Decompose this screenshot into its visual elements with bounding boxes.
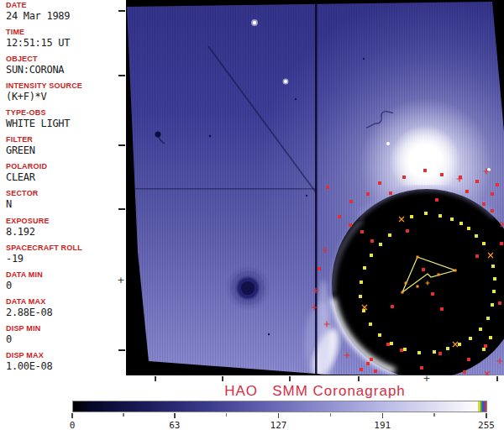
- horizontal-fiducial-line: [126, 188, 317, 190]
- field-label: EXPOSURE: [6, 218, 124, 225]
- field-label: DATE: [6, 2, 124, 9]
- field-value: 0: [6, 334, 124, 344]
- field-value: (K+F)*V: [6, 92, 124, 102]
- marker-dot: [424, 212, 428, 215]
- marker-dot: [388, 233, 391, 237]
- bottom-tick: [155, 376, 156, 381]
- metadata-field-object: OBJECTSUN:CORONA: [6, 55, 124, 75]
- field-value: GREEN: [6, 145, 124, 155]
- colorbar-minor-tick: [226, 413, 228, 417]
- field-label: DISP MAX: [6, 352, 124, 359]
- marker-dot: [491, 265, 495, 268]
- marker-dot: [475, 180, 479, 183]
- marker-dot: [440, 173, 444, 176]
- field-value: SUN:CORONA: [6, 65, 124, 75]
- marker-dot: [349, 223, 352, 227]
- marker-dot: [450, 218, 454, 221]
- bottom-tick: [358, 376, 360, 381]
- marker-dot: [374, 370, 377, 373]
- marker-dot: [360, 368, 363, 371]
- metadata-field-filter: FILTERGREEN: [6, 136, 124, 155]
- marker-dot: [359, 295, 362, 298]
- left-tick: [118, 208, 125, 210]
- colorbar-tick: [278, 413, 280, 418]
- colorbar-tick-label: 255: [478, 420, 495, 430]
- marker-dot: [482, 348, 486, 351]
- metadata-field-time: TIME12:51:15 UT: [6, 29, 124, 48]
- marker-dot: [498, 302, 501, 305]
- marker-dot: [438, 214, 442, 218]
- marker-dot: [378, 333, 381, 337]
- image-title: HAO SMM Coronagraph: [126, 383, 504, 400]
- field-label: TIME: [6, 29, 124, 36]
- marker-dot: [493, 277, 496, 281]
- marker-dot: [496, 183, 499, 186]
- left-tick: [118, 10, 125, 12]
- marker-dot: [400, 349, 403, 352]
- metadata-field-disp-min: DISP MIN0: [6, 325, 124, 344]
- metadata-field-sector: SECTORN: [6, 190, 124, 209]
- coronagraph-image: [126, 0, 504, 375]
- colorbar-minor-tick: [123, 413, 124, 417]
- field-label: DISP MIN: [6, 325, 124, 333]
- metadata-field-intensity-source: INTENSITY SOURCE(K+F)*V: [6, 82, 124, 102]
- marker-dot: [467, 358, 470, 361]
- marker-dot: [491, 209, 494, 212]
- field-label: OBJECT: [6, 55, 124, 63]
- marker-dot: [391, 305, 394, 308]
- flag-vertex-dot: [402, 291, 404, 294]
- field-value: 0: [6, 281, 124, 291]
- marker-dot: [406, 229, 409, 233]
- colorbar-tick: [382, 413, 384, 418]
- marker-dot: [435, 198, 438, 202]
- colorbar-tick-label: 127: [270, 420, 287, 430]
- marker-dot: [390, 342, 393, 345]
- marker-dot: [402, 176, 406, 179]
- marker-dot: [417, 351, 421, 354]
- marker-dot: [465, 190, 469, 193]
- marker-dot: [379, 243, 382, 246]
- colorbar-tick-label: 0: [70, 420, 76, 430]
- marker-dot: [403, 348, 407, 351]
- marker-dot: [423, 169, 427, 172]
- marker-dot: [482, 242, 486, 245]
- marker-dot: [386, 343, 390, 346]
- colorbar-minor-tick: [433, 413, 435, 417]
- ccd-frame: [126, 0, 504, 375]
- metadata-field-spacecraft-roll: SPACECRAFT ROLL-19: [6, 244, 124, 264]
- marker-dot: [363, 266, 366, 270]
- marker-dot: [467, 227, 470, 230]
- metadata-field-date: DATE24 Mar 1989: [6, 2, 124, 21]
- field-label: FILTER: [6, 136, 124, 144]
- colorbar-tick: [174, 413, 176, 418]
- marker-dot: [318, 267, 321, 270]
- field-value: CLEAR: [6, 172, 124, 182]
- marker-dot: [420, 366, 423, 370]
- field-value: 2.88E-08: [6, 307, 124, 317]
- colorbar: [72, 401, 487, 412]
- marker-dot: [366, 362, 370, 365]
- bottom-tick: [496, 376, 498, 381]
- marker-dot: [378, 181, 381, 185]
- coronagraph-display: DATE24 Mar 1989TIME12:51:15 UTOBJECTSUN:…: [0, 0, 504, 430]
- left-tick: [118, 144, 125, 146]
- field-value: 24 Mar 1989: [6, 11, 124, 21]
- bottom-tick: [289, 376, 291, 381]
- marker-dot: [349, 200, 353, 203]
- colorbar-tick: [71, 413, 73, 418]
- field-label: POLAROID: [6, 163, 124, 170]
- marker-dot: [338, 215, 341, 218]
- metadata-field-data-max: DATA MAX2.88E-08: [6, 298, 124, 317]
- marker-dot: [370, 239, 374, 243]
- metadata-field-polaroid: POLAROIDCLEAR: [6, 163, 124, 182]
- marker-dot: [479, 328, 482, 331]
- marker-dot: [484, 344, 487, 348]
- metadata-field-exposure: EXPOSURE8.192: [6, 218, 124, 237]
- field-label: DATA MIN: [6, 271, 124, 279]
- bottom-tick: [222, 376, 223, 381]
- colorbar-minor-tick: [330, 413, 332, 417]
- marker-dot: [370, 254, 373, 257]
- marker-dot: [489, 336, 492, 339]
- colorbar-tick: [486, 413, 487, 418]
- marker-dot: [389, 191, 392, 195]
